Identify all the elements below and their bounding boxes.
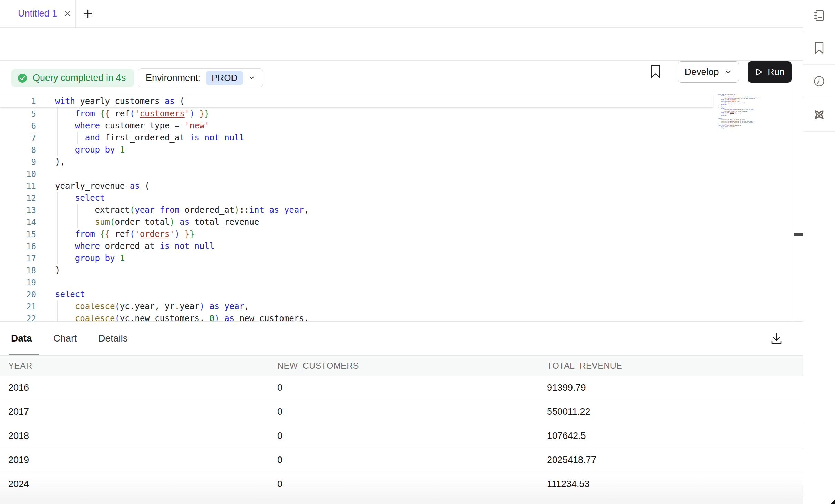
table-cell: 2016 [0,376,269,400]
table-cell: 0 [269,472,539,496]
chevron-down-icon [248,74,255,81]
bookmark-icon[interactable] [650,65,661,78]
line-number: 6 [0,121,41,131]
code-text: yearly_revenue as ( [41,180,713,192]
editor-scrollbar-track [793,61,803,321]
code-text: group by 1 [41,252,713,264]
code-text: where ordered_at is not null [41,240,713,252]
table-row: 20180107642.5 [0,424,803,448]
code-line: 16 where ordered_at is not null [0,240,713,252]
new-tab-button[interactable] [76,0,100,27]
table-cell: 550011.22 [539,400,803,424]
code-line: 17 group by 1 [0,252,713,264]
code-line: 7 and first_ordered_at is not null [0,132,713,144]
editor-scrollbar-thumb[interactable] [794,233,803,236]
line-number: 16 [0,242,41,251]
environment-label: Environment: [146,73,200,83]
close-icon[interactable] [63,10,72,18]
results-tab-chart[interactable]: Chart [53,322,78,355]
table-cell: 2024 [0,472,269,496]
run-label: Run [767,67,785,77]
line-number: 22 [0,314,41,322]
download-icon[interactable] [769,331,784,346]
table-cell: 0 [269,400,539,424]
tab-label: Untitled 1 [18,8,57,19]
line-number: 17 [0,254,41,263]
results-tab-details[interactable]: Details [97,322,128,355]
line-number: 11 [0,181,41,191]
chevron-down-icon [724,68,732,76]
table-cell: 2019 [0,448,269,472]
code-text: coalesce(yc.new_customers, 0) as new_cus… [41,313,713,321]
code-lines: 5 from {{ ref('customers') }}6 where cus… [0,108,713,321]
code-line: 5 from {{ ref('customers') }} [0,108,713,120]
indent-guide [57,252,58,264]
code-line: 10 [0,168,713,180]
line-number: 9 [0,157,41,167]
line-number: 14 [0,218,41,227]
line-number: 5 [0,109,41,119]
code-line: 13 extract(year from ordered_at)::int as… [0,204,713,216]
line-number: 1 [0,96,41,106]
indent-guide [77,216,78,228]
toolbar: Develop Run [0,28,835,61]
indent-guide [57,132,58,144]
code-text [41,168,713,180]
code-line: 8 group by 1 [0,144,713,156]
indent-guide [57,240,58,252]
table-row: 20170550011.22 [0,400,803,424]
develop-dropdown[interactable]: Develop [678,61,739,83]
code-line: 1with yearly_customers as ( [0,95,713,107]
editor-minimap[interactable]: with yearly_customers as ( select extrac… [718,94,784,129]
history-icon[interactable] [803,65,835,98]
line-number: 15 [0,230,41,239]
code-text: select [41,288,713,301]
indent-guide [57,216,58,228]
indent-guide [57,144,58,156]
code-text: where customer_type = 'new' [41,120,713,132]
bookmark-icon[interactable] [803,31,835,65]
code-text: sum(order_total) as total_revenue [41,216,713,228]
line-number: 13 [0,206,41,215]
code-line: 22 coalesce(yc.new_customers, 0) as new_… [0,313,713,321]
line-number: 7 [0,133,41,143]
code-line: 20select [0,288,713,301]
table-cell: 2017 [0,400,269,424]
query-status-text: Query completed in 4s [33,73,126,83]
indent-guide [57,204,58,216]
table-header-row: YEARNEW_CUSTOMERSTOTAL_REVENUE [0,356,803,376]
code-line: 11yearly_revenue as ( [0,180,713,192]
indent-guide [77,132,78,144]
code-line: 6 where customer_type = 'new' [0,120,713,132]
check-circle-icon [17,73,28,84]
results-scroll-strip [0,497,803,504]
indent-guide [57,301,58,313]
results-tab-bar: DataChartDetails [0,322,803,356]
tab-untitled-1[interactable]: Untitled 1 [0,0,76,27]
code-text: with yearly_customers as ( [41,95,713,107]
sql-editor[interactable]: 5 from {{ ref('customers') }}6 where cus… [0,90,793,321]
line-number: 8 [0,145,41,155]
notebook-icon[interactable] [803,0,835,31]
column-header: TOTAL_REVENUE [539,356,803,376]
indent-guide [57,192,58,204]
table-cell: 107642.5 [539,424,803,448]
table-row: 20240111234.53 [0,472,803,496]
results-tab-data[interactable]: Data [10,322,33,355]
code-line: 14 sum(order_total) as total_revenue [0,216,713,228]
tab-bar: Untitled 1 [0,0,803,28]
right-icon-rail [803,0,835,504]
code-line: 12 select [0,192,713,204]
environment-value-badge: PROD [206,71,243,85]
table-cell: 0 [269,376,539,400]
column-header: YEAR [0,356,269,376]
code-line: 9), [0,156,713,168]
query-status-badge: Query completed in 4s [11,69,134,87]
dbt-compass-icon[interactable] [803,98,835,132]
code-text: group by 1 [41,144,713,156]
code-text: extract(year from ordered_at)::int as ye… [41,204,713,216]
code-text: coalesce(yc.year, yr.year) as year, [41,301,713,313]
indent-guide [57,313,58,321]
environment-dropdown[interactable]: Environment: PROD [138,68,263,87]
run-button[interactable]: Run [748,61,792,83]
